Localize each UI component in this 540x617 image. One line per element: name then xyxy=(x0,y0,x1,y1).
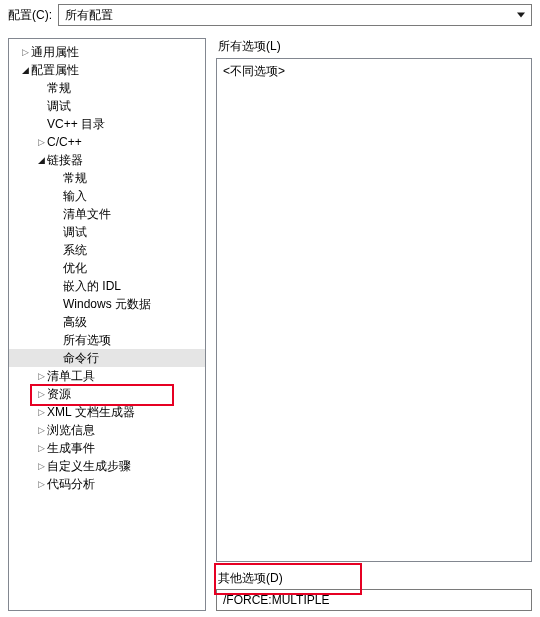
body-split: ▷ 通用属性 ◢ 配置属性 常规 调试 VC++ 目录 ▷ C/C++ xyxy=(0,32,540,617)
tree-label: 清单工具 xyxy=(47,367,101,385)
right-panel: 所有选项(L) <不同选项> 其他选项(D) /FORCE:MULTIPLE xyxy=(206,32,540,617)
config-row: 配置(C): 所有配置 xyxy=(0,0,540,32)
tree-label: 自定义生成步骤 xyxy=(47,457,137,475)
tree-label: 调试 xyxy=(63,223,93,241)
other-options-input[interactable]: /FORCE:MULTIPLE xyxy=(216,589,532,611)
tree-label: XML 文档生成器 xyxy=(47,403,141,421)
tree-linker[interactable]: ◢ 链接器 xyxy=(9,151,205,169)
tree-manifest-tool[interactable]: ▷ 清单工具 xyxy=(9,367,205,385)
chevron-right-icon: ▷ xyxy=(35,457,47,475)
tree-custom-build[interactable]: ▷ 自定义生成步骤 xyxy=(9,457,205,475)
tree-label: 生成事件 xyxy=(47,439,101,457)
tree-linker-input[interactable]: 输入 xyxy=(9,187,205,205)
tree-label: 常规 xyxy=(63,169,93,187)
tree-linker-manifest[interactable]: 清单文件 xyxy=(9,205,205,223)
tree-linker-winmeta[interactable]: Windows 元数据 xyxy=(9,295,205,313)
chevron-right-icon: ▷ xyxy=(35,367,47,385)
chevron-right-icon: ▷ xyxy=(35,133,47,151)
tree-label: 清单文件 xyxy=(63,205,117,223)
tree-label: 链接器 xyxy=(47,151,89,169)
tree-label: VC++ 目录 xyxy=(47,115,111,133)
tree-label: 资源 xyxy=(47,385,77,403)
tree-xml-docgen[interactable]: ▷ XML 文档生成器 xyxy=(9,403,205,421)
tree-label: 配置属性 xyxy=(31,61,85,79)
tree-label: Windows 元数据 xyxy=(63,295,157,313)
tree-label: 系统 xyxy=(63,241,93,259)
chevron-down-icon: ◢ xyxy=(19,61,31,79)
tree-config-properties[interactable]: ◢ 配置属性 xyxy=(9,61,205,79)
tree-label: 命令行 xyxy=(63,349,105,367)
tree-build-events[interactable]: ▷ 生成事件 xyxy=(9,439,205,457)
tree-linker-debug[interactable]: 调试 xyxy=(9,223,205,241)
other-options-label: 其他选项(D) xyxy=(218,570,532,587)
tree-label: 所有选项 xyxy=(63,331,117,349)
config-label: 配置(C): xyxy=(8,7,52,24)
chevron-right-icon: ▷ xyxy=(35,421,47,439)
tree-label: C/C++ xyxy=(47,133,88,151)
chevron-right-icon: ▷ xyxy=(19,43,31,61)
tree-general[interactable]: 常规 xyxy=(9,79,205,97)
tree-linker-allopts[interactable]: 所有选项 xyxy=(9,331,205,349)
tree-linker-system[interactable]: 系统 xyxy=(9,241,205,259)
config-select-value: 所有配置 xyxy=(65,7,113,24)
tree-label: 优化 xyxy=(63,259,93,277)
tree-linker-cmdline[interactable]: 命令行 xyxy=(9,349,205,367)
chevron-right-icon: ▷ xyxy=(35,475,47,493)
tree-label: 常规 xyxy=(47,79,77,97)
tree-vcpp-dir[interactable]: VC++ 目录 xyxy=(9,115,205,133)
tree-label: 输入 xyxy=(63,187,93,205)
chevron-right-icon: ▷ xyxy=(35,439,47,457)
tree-label: 浏览信息 xyxy=(47,421,101,439)
chevron-right-icon: ▷ xyxy=(35,385,47,403)
tree-label: 调试 xyxy=(47,97,77,115)
tree-ccpp[interactable]: ▷ C/C++ xyxy=(9,133,205,151)
tree-panel: ▷ 通用属性 ◢ 配置属性 常规 调试 VC++ 目录 ▷ C/C++ xyxy=(8,38,206,611)
tree-linker-advanced[interactable]: 高级 xyxy=(9,313,205,331)
tree-label: 嵌入的 IDL xyxy=(63,277,127,295)
tree-label: 通用属性 xyxy=(31,43,85,61)
tree-resources[interactable]: ▷ 资源 xyxy=(9,385,205,403)
chevron-down-icon: ◢ xyxy=(35,151,47,169)
tree-label: 代码分析 xyxy=(47,475,101,493)
chevron-right-icon: ▷ xyxy=(35,403,47,421)
config-select[interactable]: 所有配置 xyxy=(58,4,532,26)
tree-linker-opt[interactable]: 优化 xyxy=(9,259,205,277)
tree-label: 高级 xyxy=(63,313,93,331)
tree-common-properties[interactable]: ▷ 通用属性 xyxy=(9,43,205,61)
other-options-value: /FORCE:MULTIPLE xyxy=(223,593,329,607)
tree-linker-idl[interactable]: 嵌入的 IDL xyxy=(9,277,205,295)
tree-browse-info[interactable]: ▷ 浏览信息 xyxy=(9,421,205,439)
tree-debug[interactable]: 调试 xyxy=(9,97,205,115)
tree-linker-general[interactable]: 常规 xyxy=(9,169,205,187)
all-options-value: <不同选项> xyxy=(223,64,285,78)
all-options-label: 所有选项(L) xyxy=(218,38,532,55)
all-options-box[interactable]: <不同选项> xyxy=(216,58,532,562)
tree: ▷ 通用属性 ◢ 配置属性 常规 调试 VC++ 目录 ▷ C/C++ xyxy=(9,39,205,497)
tree-code-analysis[interactable]: ▷ 代码分析 xyxy=(9,475,205,493)
